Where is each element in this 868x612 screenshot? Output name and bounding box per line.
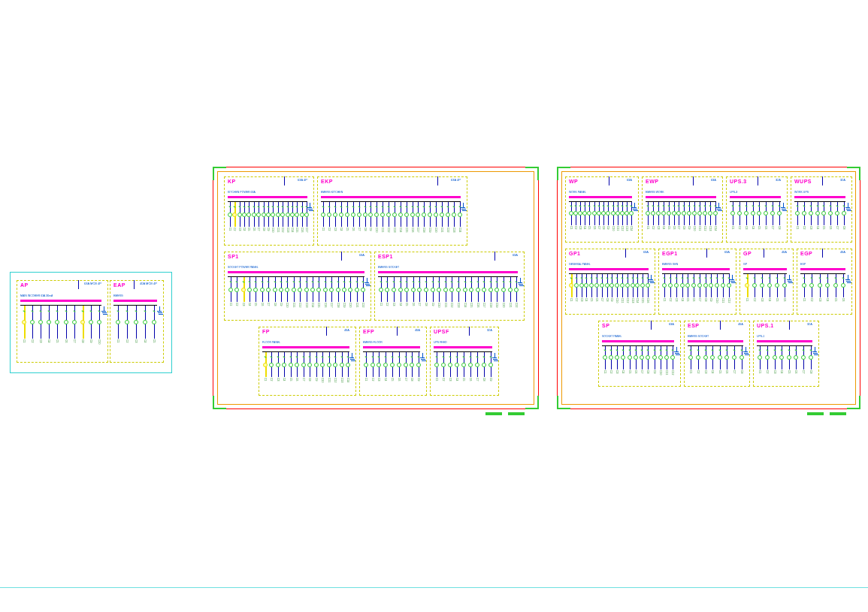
- circuit-4: C4: [679, 274, 685, 312]
- panel-title: GP: [743, 251, 752, 256]
- breaker-icon: [584, 283, 588, 288]
- circuit-label: C2: [669, 298, 672, 301]
- circuit-3: C3: [816, 274, 824, 312]
- circuit-7: C7: [403, 352, 409, 393]
- breaker-icon: [709, 283, 713, 288]
- circuits: C1C2C3C4C5C6C7C8C9: [363, 352, 422, 393]
- breaker-icon: [320, 363, 325, 367]
- breaker-icon: [691, 283, 696, 288]
- breaker-icon: [841, 283, 845, 288]
- circuit-3: C3: [37, 306, 44, 360]
- breaker-icon: [252, 213, 256, 217]
- ground-icon: [674, 347, 679, 354]
- breaker-icon: [697, 283, 702, 288]
- breaker-icon: [390, 363, 395, 367]
- panel-title: ESP: [688, 323, 700, 328]
- breaker-icon: [569, 211, 573, 216]
- circuit-label: C7: [771, 226, 774, 229]
- circuit-4: C4: [621, 346, 626, 384]
- circuit-3: C3: [758, 274, 765, 312]
- circuit-5: C5: [685, 274, 691, 312]
- circuit-label: C3: [580, 298, 583, 301]
- breaker-icon: [461, 363, 466, 367]
- circuit-label: C9: [431, 303, 434, 306]
- breaker-icon: [468, 363, 473, 367]
- breaker-icon: [333, 363, 337, 367]
- circuit-3: C3: [237, 202, 241, 243]
- circuit-10: C10: [615, 274, 619, 312]
- panel-subtext: KITCHEN POWER 63A: [228, 191, 256, 194]
- circuit-label: C1: [746, 298, 749, 301]
- ground-icon: [845, 203, 850, 210]
- breaker-icon: [779, 355, 784, 360]
- breaker-icon: [651, 211, 655, 216]
- circuit-label: C3: [392, 303, 395, 306]
- circuit-label: C12: [727, 298, 730, 303]
- circuit-9: C9: [430, 277, 436, 318]
- breaker-icon: [625, 283, 630, 288]
- panel-FP: FP40AFLOOR PANELC1C2C3C4C5C6C7C8C9C10C11…: [259, 327, 356, 396]
- breaker-icon: [739, 355, 744, 360]
- circuit-label: C22: [515, 303, 518, 307]
- circuit-8: C8: [362, 202, 367, 243]
- circuit-label: C7: [597, 226, 600, 229]
- breaker-icon: [446, 213, 450, 217]
- circuit-label: C4: [681, 298, 684, 301]
- breaker-icon: [327, 213, 331, 217]
- breaker-icon: [411, 288, 416, 292]
- circuit-5: C5: [627, 346, 632, 384]
- circuit-1: C1: [20, 306, 28, 360]
- circuits: C1C2C3C4C5C6C7C8C9C10C11C12C13C14: [262, 352, 351, 393]
- breaker-icon: [569, 283, 573, 288]
- breaker-icon: [345, 213, 349, 217]
- breaker-icon: [760, 283, 764, 288]
- ground-icon: [845, 275, 850, 282]
- circuit-label: C22: [361, 303, 364, 307]
- breaker-icon: [298, 288, 302, 292]
- breaker-icon: [463, 288, 467, 292]
- circuit-4: C4: [398, 277, 404, 318]
- breaker-icon: [333, 213, 337, 217]
- breaker-icon: [745, 283, 749, 288]
- circuit-label: C2: [766, 370, 769, 373]
- circuit-9: C9: [709, 274, 714, 312]
- panel-EKP: EKP63A 4PEMERG KITCHENC1C2C3C4C5C6C7C8C9…: [317, 176, 467, 246]
- panel-subtext: FLOOR PANEL: [262, 341, 280, 344]
- circuit-6: C6: [592, 202, 596, 240]
- busbar: [569, 268, 649, 270]
- circuit-10: C10: [271, 202, 275, 243]
- circuit-4: C4: [383, 352, 389, 393]
- breaker-icon: [246, 213, 251, 217]
- breaker-icon: [815, 211, 820, 216]
- circuit-label: C2: [738, 226, 741, 229]
- breaker-icon: [821, 211, 826, 216]
- feeder-label: 63A 4P: [298, 178, 307, 182]
- circuit-5: C5: [389, 352, 395, 393]
- circuits: C1C2C3C4C5C6C7C8: [730, 202, 782, 240]
- circuit-8: C8: [262, 202, 265, 243]
- circuit-9: C9: [652, 346, 657, 384]
- circuit-label: C19: [495, 303, 498, 307]
- circuit-label: C21: [440, 228, 443, 232]
- circuit-1: C1: [321, 202, 326, 243]
- breaker-icon: [327, 363, 331, 367]
- circuit-label: C4: [47, 339, 50, 342]
- breaker-icon: [661, 211, 666, 216]
- circuit-label: C12: [387, 228, 390, 232]
- circuit-label: C1: [116, 339, 119, 342]
- circuit-label: C8: [308, 378, 311, 381]
- circuit-12: C12: [620, 202, 624, 240]
- circuit-5: C5: [588, 202, 591, 240]
- breaker-icon: [582, 211, 587, 216]
- ground-icon: [492, 353, 497, 360]
- breaker-icon: [116, 320, 120, 324]
- breaker-icon: [380, 213, 385, 217]
- circuit-13: C13: [304, 277, 309, 318]
- panel-subtext: GENERAL PANEL: [569, 263, 591, 266]
- circuit-2: C2: [764, 346, 771, 384]
- breaker-icon: [697, 211, 702, 216]
- breaker-icon: [404, 288, 409, 292]
- panel-subtext: EMERG SOCKET: [378, 266, 399, 269]
- breaker-icon: [777, 211, 782, 216]
- crop-mark-br: [847, 396, 860, 409]
